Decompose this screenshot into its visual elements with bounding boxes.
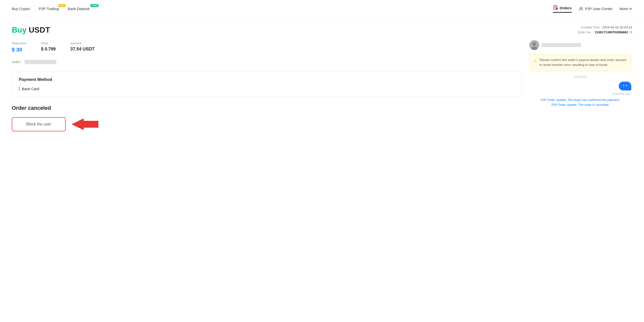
created-time-row: Created Time : 2023-04-19 16:03:41 [580, 26, 632, 29]
nav-buy-crypto[interactable]: Buy Crypto [12, 7, 30, 11]
bank-card-label: Bank Card [22, 87, 39, 91]
chat-username [542, 43, 581, 47]
orders-nav[interactable]: Orders [553, 5, 572, 13]
chat-bubble: ? ? [619, 82, 631, 90]
avatar-svg [530, 40, 539, 50]
created-time-value: 2023-04-19 16:03:41 [602, 26, 632, 29]
order-no-value: 1166171389702086661 [595, 30, 628, 34]
payment-method-title: Payment Method [19, 77, 514, 82]
nav-p2p-trading[interactable]: P2P Trading NEW [39, 7, 59, 11]
bank-fee-badge: 0 FEE [90, 4, 98, 7]
chat-area: ⚠ Please confirm the seller's payout det… [530, 40, 632, 108]
orders-icon-svg [553, 5, 558, 10]
total-price-value: 30 [12, 47, 26, 53]
warning-message: ⚠ Please confirm the seller's payout det… [530, 54, 631, 71]
page-title: Buy USDT [12, 26, 522, 35]
arrow-indicator [72, 118, 98, 130]
total-price-label: Total price [12, 42, 26, 45]
red-arrow-icon [72, 118, 98, 130]
copy-icon[interactable]: ⧉ [630, 30, 632, 34]
nav-right: Orders P2P User Center More [553, 5, 632, 13]
amount-stat: Amount 37.54 USDT [70, 42, 94, 52]
warning-icon: ⚠ [534, 58, 537, 64]
bank-bar-indicator [19, 87, 20, 91]
navbar: Buy Crypto P2P Trading NEW Bank Deposit … [0, 0, 644, 18]
seller-row: Seller : [12, 60, 522, 64]
system-message-2[interactable]: P2P Order Update: The order is cancelled… [530, 103, 631, 107]
more-label: More [620, 7, 628, 11]
stats-row: Total price 30 Price $ 0.799 Amount 37.5… [12, 42, 522, 53]
system-message-1[interactable]: P2P Order Update: The buyer has confirme… [530, 98, 631, 102]
warning-text: Please confirm the seller's payout detai… [540, 58, 627, 68]
p2p-user-center-label: P2P User Center [585, 7, 613, 11]
user-icon [578, 6, 584, 11]
chat-avatar [530, 40, 539, 50]
orders-label: Orders [560, 6, 572, 10]
ellipsis-button[interactable]: ··· [628, 6, 632, 12]
nav-left: Buy Crypto P2P Trading NEW Bank Deposit … [12, 7, 90, 11]
order-canceled-title: Order canceled [12, 105, 522, 111]
nav-bank-deposit[interactable]: Bank Deposit 0 FEE [68, 7, 90, 11]
payment-card: Payment Method Bank Card [12, 71, 522, 97]
svg-point-10 [532, 42, 536, 46]
order-number-row: Order No. : 1166171389702086661 ⧉ [578, 30, 632, 34]
chat-time: 04:06 PM Seen [530, 92, 631, 95]
left-panel: Buy USDT Total price 30 Price $ 0.799 Am… [12, 26, 522, 131]
price-label: Price [41, 42, 56, 45]
amount-value: 37.54 USDT [70, 47, 94, 52]
order-no-label: Order No. : [578, 30, 593, 34]
total-price-stat: Total price 30 [12, 42, 26, 53]
orders-icon [553, 5, 558, 11]
chat-bubble-text: ? ? [623, 84, 627, 88]
block-user-button[interactable]: Block the user [12, 117, 66, 131]
seller-name [24, 60, 56, 64]
price-stat: Price $ 0.799 [41, 42, 56, 52]
right-panel: Created Time : 2023-04-19 16:03:41 Order… [530, 26, 632, 131]
price-value: $ 0.799 [41, 47, 56, 52]
order-meta: Created Time : 2023-04-19 16:03:41 Order… [530, 26, 632, 34]
chat-header [530, 40, 631, 50]
bank-card-row: Bank Card [19, 87, 514, 91]
date-separator: 2023/4/19 [530, 75, 631, 79]
p2p-new-badge: NEW [58, 4, 66, 7]
created-time-label: Created Time : [580, 26, 602, 29]
main-content: Buy USDT Total price 30 Price $ 0.799 Am… [0, 18, 644, 139]
chat-message-right: ? ? [530, 82, 631, 90]
svg-marker-8 [72, 118, 98, 130]
seller-label: Seller : [12, 60, 22, 64]
block-user-wrapper: Block the user [12, 117, 522, 131]
buy-word: Buy [12, 26, 26, 34]
usdt-word: USDT [29, 26, 50, 34]
p2p-user-center-nav[interactable]: P2P User Center [578, 6, 613, 11]
amount-label: Amount [70, 42, 94, 45]
